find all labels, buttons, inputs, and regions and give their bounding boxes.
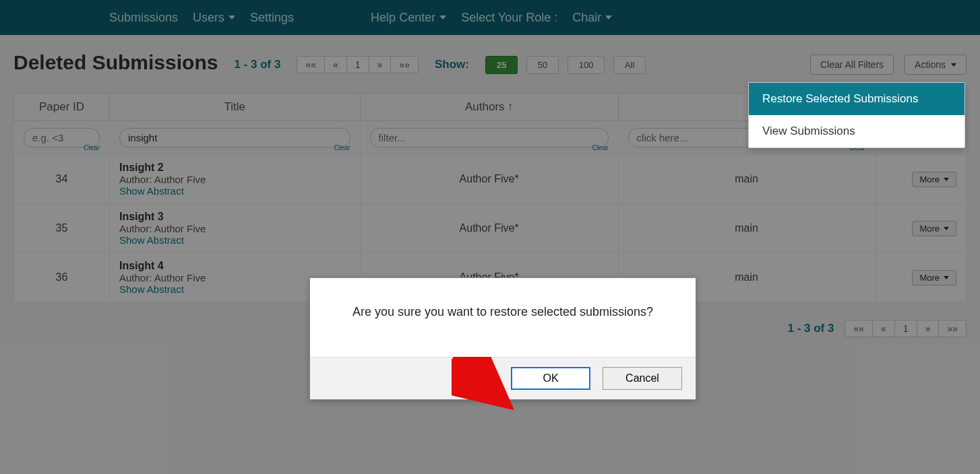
modal-backdrop (0, 0, 980, 474)
confirm-modal: Are you sure you want to restore selecte… (309, 277, 696, 400)
actions-dropdown: Restore Selected Submissions View Submis… (748, 82, 965, 148)
actions-view-submissions[interactable]: View Submissions (749, 115, 964, 147)
confirm-cancel-button[interactable]: Cancel (603, 367, 682, 390)
actions-restore-selected[interactable]: Restore Selected Submissions (749, 83, 964, 115)
confirm-ok-button[interactable]: OK (511, 367, 590, 390)
confirm-modal-message: Are you sure you want to restore selecte… (310, 278, 696, 357)
